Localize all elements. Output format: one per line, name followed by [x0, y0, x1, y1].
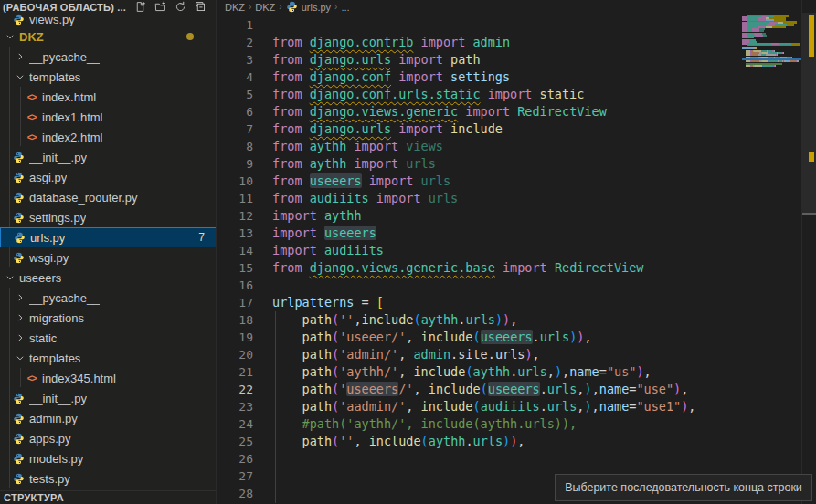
- code-text: import useeers: [272, 225, 376, 242]
- file-label: templates: [29, 70, 80, 84]
- tree-item-__init__.py[interactable]: __init__.py: [0, 147, 217, 167]
- file-label: apps.py: [29, 432, 71, 446]
- ruler-warning-mark: [809, 152, 814, 162]
- code-line-4[interactable]: 4from django.conf import settings: [217, 68, 802, 86]
- python-file-icon: [13, 413, 25, 425]
- tree-item-migrations[interactable]: migrations: [0, 308, 217, 328]
- tree-item-models.py[interactable]: models.py: [0, 448, 217, 468]
- python-file-icon: [286, 1, 298, 13]
- code-line-8[interactable]: 8from aythh import views: [217, 138, 802, 155]
- code-line-11[interactable]: 11from audiiits import urls: [217, 190, 802, 207]
- chevron-down-icon: [15, 72, 25, 82]
- code-line-26[interactable]: 26: [217, 450, 802, 467]
- minimap-token: [755, 65, 762, 67]
- collapse-all-icon[interactable]: [194, 1, 207, 14]
- code-line-25[interactable]: 25 path('', include(aythh.urls)),: [217, 433, 802, 450]
- new-file-icon[interactable]: [133, 1, 147, 14]
- code-line-20[interactable]: 20 path('admin/', admin.site.urls),: [217, 346, 802, 363]
- minimap[interactable]: [742, 13, 801, 504]
- modified-dot-badge: [186, 33, 194, 40]
- chevron-down-icon: [5, 32, 15, 42]
- breadcrumb-item[interactable]: DKZ: [255, 2, 275, 13]
- tree-item-index.html[interactable]: <>index.html: [0, 87, 217, 107]
- code-line-7[interactable]: 7from django.urls import include: [217, 121, 802, 138]
- code-line-13[interactable]: 13import useeers: [217, 225, 802, 242]
- code-line-18[interactable]: 18 path('',include(aythh.urls)),: [217, 311, 802, 329]
- code-text: from django.contrib import admin: [272, 34, 510, 51]
- code-line-19[interactable]: 19 path('useeer/', include(useeers.urls)…: [217, 329, 802, 346]
- tooltip-text: Выберите последовательность конца строки: [565, 481, 802, 494]
- line-number: 2: [217, 34, 253, 51]
- refresh-icon[interactable]: [174, 1, 187, 14]
- tree-item-apps.py[interactable]: apps.py: [0, 428, 217, 448]
- breadcrumb-item[interactable]: urls.py: [302, 2, 331, 13]
- tree-item-templates[interactable]: templates: [0, 348, 217, 368]
- tree-item-database_roouter.py[interactable]: database_roouter.py: [0, 187, 217, 207]
- line-number: 15: [217, 259, 253, 277]
- code-line-3[interactable]: 3from django.urls import path: [217, 51, 802, 68]
- file-label: asgi.py: [29, 171, 67, 184]
- code-line-5[interactable]: 5from django.conf.urls.static import sta…: [217, 86, 802, 103]
- breadcrumb-item[interactable]: DKZ: [225, 2, 245, 13]
- tree-item-__pycache__[interactable]: __pycache__: [0, 47, 217, 67]
- minimap-token: [775, 65, 776, 67]
- workspace-title: (РАБОЧАЯ ОБЛАСТЬ) ...: [0, 2, 126, 13]
- line-number: 28: [217, 485, 253, 502]
- tree-item-__pycache__[interactable]: __pycache__: [0, 288, 217, 308]
- code-line-15[interactable]: 15from django.views.generic.base import …: [217, 259, 802, 277]
- file-label: migrations: [29, 311, 84, 325]
- tree-item-index2.html[interactable]: <>index2.html: [0, 127, 217, 147]
- code-line-17[interactable]: 17urlpatterns = [: [217, 294, 802, 311]
- file-label: views.py: [29, 13, 75, 26]
- code-text: from useeers import urls: [272, 173, 450, 190]
- tree-item-asgi.py[interactable]: asgi.py: [0, 167, 217, 187]
- tree-item-DKZ[interactable]: DKZ: [0, 26, 217, 47]
- code-text: path('aythh/', include(aythh.urls,),name…: [272, 363, 652, 381]
- new-folder-icon[interactable]: [154, 1, 167, 14]
- code-line-10[interactable]: 10from useeers import urls: [217, 173, 802, 190]
- code-line-1[interactable]: 1: [217, 16, 802, 34]
- line-number: 20: [217, 346, 253, 363]
- tree-item-urls.py[interactable]: urls.py7: [0, 227, 217, 247]
- tree-item-templates[interactable]: templates: [0, 67, 217, 87]
- python-file-icon: [13, 172, 25, 184]
- line-number: 11: [217, 190, 253, 207]
- code-line-21[interactable]: 21 path('aythh/', include(aythh.urls,),n…: [217, 363, 802, 381]
- python-file-icon: [13, 14, 25, 26]
- code-text: path('useeers/', include(useeers.urls,),…: [272, 381, 688, 398]
- tree-item-useeers[interactable]: useeers: [0, 268, 217, 288]
- code-line-22[interactable]: 22 path('useeers/', include(useeers.urls…: [217, 381, 802, 398]
- file-label: admin.py: [29, 412, 78, 425]
- minimap-token: [771, 43, 779, 45]
- tree-item-wsgi.py[interactable]: wsgi.py: [0, 247, 217, 268]
- tree-item-static[interactable]: static: [0, 328, 217, 348]
- outline-section-header[interactable]: СТРУКТУРА: [0, 490, 217, 504]
- code-line-6[interactable]: 6from django.views.generic import Redire…: [217, 103, 802, 121]
- tree-item-__init__.py[interactable]: __init__.py: [0, 388, 217, 408]
- code-line-9[interactable]: 9from aythh import urls: [217, 155, 802, 173]
- code-text: path('', include(aythh.urls)),: [272, 433, 525, 450]
- code-line-2[interactable]: 2from django.contrib import admin: [217, 34, 802, 51]
- code-text: from django.conf.urls.static import stat…: [272, 86, 584, 103]
- code-line-16[interactable]: 16: [217, 277, 802, 294]
- line-number: 5: [217, 86, 253, 103]
- tree-item-settings.py[interactable]: settings.py: [0, 207, 217, 227]
- code-line-14[interactable]: 14import audiiits: [217, 242, 802, 259]
- tree-item-index1.html[interactable]: <>index1.html: [0, 107, 217, 127]
- tree-item-index345.html[interactable]: <>index345.html: [0, 368, 217, 388]
- code-text: from django.views.generic import Redirec…: [272, 103, 607, 121]
- tree-item-admin.py[interactable]: admin.py: [0, 408, 217, 428]
- code-line-12[interactable]: 12import aythh: [217, 207, 802, 225]
- breadcrumb-item[interactable]: ...: [341, 2, 349, 13]
- python-file-icon: [13, 453, 25, 465]
- editor-scrollbar[interactable]: [801, 0, 816, 504]
- breadcrumb-separator: ›: [249, 2, 251, 12]
- file-label: settings.py: [29, 211, 86, 225]
- tree-item-tests.py[interactable]: tests.py: [0, 468, 217, 488]
- explorer-section-header[interactable]: (РАБОЧАЯ ОБЛАСТЬ) ...: [0, 0, 217, 14]
- line-number: 18: [217, 311, 253, 329]
- line-number: 4: [217, 68, 253, 86]
- statusbar-tooltip: Выберите последовательность конца строки: [555, 474, 812, 501]
- code-line-23[interactable]: 23 path('aadmin/', include(audiiits.urls…: [217, 398, 802, 415]
- code-line-24[interactable]: 24 #path('aythh/', include(aythh.urls)),: [217, 415, 802, 433]
